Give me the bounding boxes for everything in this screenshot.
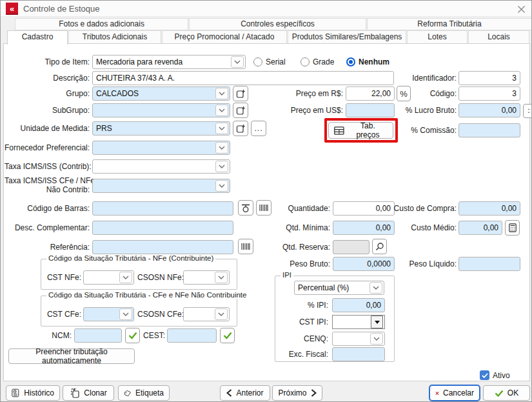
ncm-validate-button[interactable] [125, 328, 140, 343]
grupo-select[interactable]: CALCADOS [92, 86, 230, 101]
codigo-barras-field[interactable] [92, 201, 233, 216]
preco-rs-label: Preço em R$: [278, 89, 343, 98]
qtd-reserva-search-button[interactable] [372, 239, 387, 254]
etiqueta-button[interactable]: Etiqueta [118, 385, 170, 401]
qtd-minima-label: Qtd. Mínima: [271, 223, 330, 232]
radio-nenhum[interactable] [346, 57, 355, 66]
lucro-bruto-field[interactable] [458, 103, 520, 117]
chevron-down-icon [215, 123, 228, 134]
csosn-cfe-select[interactable] [183, 307, 230, 321]
unidade-medida-label: Unidade de Medida: [5, 124, 90, 133]
taxa-icms-contrib-select[interactable] [92, 159, 230, 174]
referencia-barcode-button[interactable] [238, 239, 253, 254]
ratio-icon: ∶ [527, 106, 529, 116]
quantidade-field[interactable] [333, 201, 395, 216]
cst-nfe-label: CST NFe: [44, 273, 81, 282]
fornecedor-select[interactable] [92, 141, 230, 155]
custo-medio-calc-button[interactable] [505, 220, 520, 236]
tab-fotos-dados[interactable]: Fotos e dados adicionais [15, 18, 188, 30]
tab-produtos-similares[interactable]: Produtos Similares/Embalagens [288, 30, 406, 44]
grupo-new-button[interactable] [233, 86, 248, 101]
radio-grade[interactable] [300, 57, 310, 66]
app-icon: « [6, 3, 18, 15]
cest-validate-button[interactable] [220, 328, 235, 343]
subgrupo-select[interactable] [92, 103, 230, 117]
unidade-more-button[interactable]: ... [251, 121, 266, 136]
tab-precos-label: Tab. preços [348, 121, 388, 139]
anterior-button[interactable]: Anterior [220, 385, 270, 401]
clonar-button[interactable]: Clonar [63, 385, 114, 401]
custo-medio-label: Custo Médio: [388, 223, 457, 232]
chevron-left-icon [226, 389, 232, 397]
tab-locais[interactable]: Locais [468, 30, 529, 44]
cancelar-label: Cancelar [443, 388, 474, 397]
etiqueta-label: Etiqueta [135, 388, 164, 397]
chevron-down-icon [119, 272, 132, 283]
tab-cadastro[interactable]: Cadastro [7, 30, 68, 45]
identificador-label: Identificador: [388, 74, 457, 83]
cenq-select[interactable] [332, 332, 385, 346]
chevron-down-icon [119, 308, 132, 320]
identificador-field[interactable] [458, 71, 520, 85]
referencia-field[interactable] [92, 240, 233, 254]
chevron-down-icon [215, 105, 228, 116]
check-icon [223, 332, 232, 339]
tab-reforma-tributaria[interactable]: Reforma Tributária [367, 18, 532, 30]
barcode-scan-button[interactable] [256, 200, 271, 216]
lucro-calc-button[interactable]: ∶ [523, 104, 532, 118]
scale-button[interactable] [238, 200, 253, 216]
price-table-icon [334, 126, 344, 135]
ativo-checkbox[interactable] [480, 370, 489, 380]
barcode-icon [241, 243, 250, 250]
ok-button[interactable]: OK [483, 385, 530, 401]
unidade-medida-select[interactable]: PRS [92, 121, 230, 136]
cest-label: CEST: [143, 331, 165, 340]
tab-tributos-adicionais[interactable]: Tributos Adicionais [68, 30, 161, 44]
proximo-button[interactable]: Próximo [272, 385, 322, 401]
qtd-minima-field[interactable] [333, 221, 395, 235]
checkmark-icon [482, 373, 488, 378]
chevron-down-icon [215, 161, 228, 172]
exc-fiscal-label: Exc. Fiscal: [279, 350, 328, 359]
peso-liquido-field[interactable] [458, 257, 520, 271]
ipi-modo-select[interactable]: Percentual (%) [294, 281, 384, 295]
tipo-item-select[interactable]: Mercadoria para revenda [92, 55, 246, 69]
taxa-icms-nao-contrib-select[interactable] [92, 179, 230, 193]
tab-controles-especificos[interactable]: Controles específicos [189, 18, 366, 30]
unidade-medida-value: PRS [93, 124, 215, 133]
descricao-field[interactable] [92, 71, 394, 85]
tab-preco-promocional[interactable]: Preço Promocional / Atacado [162, 30, 287, 44]
historico-button[interactable]: Histórico [6, 385, 60, 401]
cst-nfe-select[interactable] [83, 270, 134, 285]
peso-bruto-label: Peso Bruto: [271, 259, 330, 268]
tab-precos-button[interactable]: Tab. preços [328, 122, 393, 139]
historico-label: Histórico [24, 388, 54, 397]
radio-nenhum-label: Nenhum [359, 57, 389, 67]
preencher-tributacao-button[interactable]: Preencher tributação automaticamente [8, 348, 135, 364]
desc-complementar-field[interactable] [92, 221, 233, 235]
radio-serial[interactable] [253, 57, 262, 66]
grupo-value: CALCADOS [93, 89, 215, 98]
pct-ipi-field[interactable] [332, 298, 385, 312]
ncm-field[interactable] [74, 328, 122, 343]
quantidade-label: Quantidade: [271, 204, 330, 213]
tab-lotes[interactable]: Lotes [407, 30, 468, 44]
subgrupo-label: SubGrupo: [5, 106, 90, 115]
cest-field[interactable] [167, 328, 217, 343]
magnifier-icon [375, 242, 384, 251]
codigo-field[interactable] [458, 86, 520, 101]
close-button[interactable] [515, 3, 527, 15]
cst-cfe-select[interactable] [83, 307, 134, 321]
unidade-new-button[interactable] [233, 121, 248, 136]
custo-medio-field[interactable] [458, 221, 502, 235]
cancelar-button[interactable]: Cancelar [429, 385, 480, 401]
cst-ipi-select[interactable] [332, 315, 385, 329]
exc-fiscal-field[interactable] [332, 347, 385, 361]
chevron-down-icon [370, 333, 383, 345]
subgrupo-new-button[interactable] [233, 103, 248, 118]
peso-bruto-field[interactable] [333, 257, 395, 271]
custo-compra-field[interactable] [458, 201, 520, 216]
comissao-field[interactable] [458, 123, 520, 137]
csosn-nfe-select[interactable] [183, 270, 230, 285]
tag-icon [124, 388, 132, 398]
